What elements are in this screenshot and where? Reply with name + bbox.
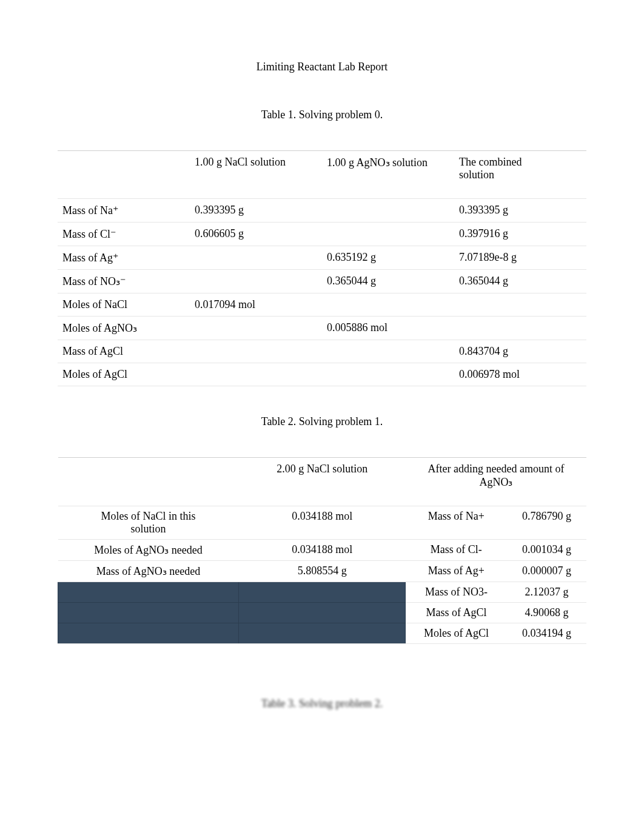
redacted-cell (58, 623, 239, 644)
cell-label: Mass of Na+ (406, 506, 507, 540)
table-row: Moles of AgNO₃ needed 0.034188 mol Mass … (58, 540, 587, 561)
row-label: Mass of AgCl (58, 340, 190, 363)
cell-value: 7.07189e-8 g (454, 246, 586, 270)
table-row: Mass of Na⁺ 0.393395 g 0.393395 g (58, 199, 586, 223)
redacted-cell (239, 623, 406, 644)
cell-value (190, 246, 322, 270)
table-row: Mass of AgNO₃ needed 5.808554 g Mass of … (58, 561, 587, 582)
row-label: Mass of AgNO₃ needed (58, 561, 239, 582)
cell-value: 0.017094 mol (190, 293, 322, 317)
cell-value: 0.786790 g (507, 506, 586, 540)
table1-header-agno3: 1.00 g AgNO₃ solution (322, 151, 454, 199)
table-row: Mass of AgCl 4.90068 g (58, 603, 587, 623)
cell-value (322, 223, 454, 246)
page-title: Limiting Reactant Lab Report (58, 61, 586, 73)
row-label: Mass of Na⁺ (58, 199, 190, 223)
cell-label: Mass of AgCl (406, 603, 507, 623)
cell-value: 0.034188 mol (239, 540, 406, 561)
cell-value (454, 293, 586, 317)
cell-value (190, 270, 322, 293)
cell-value: 0.005886 mol (322, 317, 454, 340)
cell-value: 0.365044 g (322, 270, 454, 293)
cell-label: Mass of NO3- (406, 582, 507, 603)
cell-label: Mass of Cl- (406, 540, 507, 561)
cell-label: Mass of Ag+ (406, 561, 507, 582)
cell-value: 0.393395 g (454, 199, 586, 223)
table1-caption: Table 1. Solving problem 0. (58, 109, 586, 121)
table2: 2.00 g NaCl solution After adding needed… (58, 457, 586, 644)
cell-value: 0.034194 g (507, 623, 586, 644)
table3-caption: Table 3. Solving problem 2. (58, 697, 586, 710)
cell-value: 0.006978 mol (454, 363, 586, 386)
cell-value: 0.000007 g (507, 561, 586, 582)
row-label-line1: Moles of NaCl in this (101, 510, 196, 522)
table2-header-row: 2.00 g NaCl solution After adding needed… (58, 458, 587, 506)
table-row: Mass of NO₃⁻ 0.365044 g 0.365044 g (58, 270, 586, 293)
table1-header-combined-line1: The combined (459, 156, 522, 168)
cell-value (322, 293, 454, 317)
cell-value: 5.808554 g (239, 561, 406, 582)
table-row: Moles of NaCl 0.017094 mol (58, 293, 586, 317)
row-label: Moles of NaCl in this solution (58, 506, 239, 540)
table2-caption: Table 2. Solving problem 1. (58, 415, 586, 428)
cell-value (190, 363, 322, 386)
table2-header-nacl: 2.00 g NaCl solution (239, 458, 406, 506)
cell-value: 0.034188 mol (239, 506, 406, 540)
table-row: Moles of AgNO₃ 0.005886 mol (58, 317, 586, 340)
cell-value: 0.843704 g (454, 340, 586, 363)
row-label: Moles of AgCl (58, 363, 190, 386)
cell-value (454, 317, 586, 340)
row-label: Moles of NaCl (58, 293, 190, 317)
table-row: Mass of Cl⁻ 0.606605 g 0.397916 g (58, 223, 586, 246)
table-row: Moles of NaCl in this solution 0.034188 … (58, 506, 587, 540)
table1-header-empty (58, 151, 190, 199)
table1: 1.00 g NaCl solution 1.00 g AgNO₃ soluti… (58, 150, 586, 386)
cell-value (322, 363, 454, 386)
table2-header-after-adding: After adding needed amount of AgNO₃ (406, 458, 586, 506)
cell-value: 2.12037 g (507, 582, 586, 603)
redacted-cell (58, 582, 239, 603)
cell-value: 0.365044 g (454, 270, 586, 293)
table1-header-combined-line2: solution (459, 169, 494, 181)
cell-value: 0.606605 g (190, 223, 322, 246)
table-row: Mass of AgCl 0.843704 g (58, 340, 586, 363)
cell-value: 0.393395 g (190, 199, 322, 223)
cell-value: 0.635192 g (322, 246, 454, 270)
table1-header-combined: The combined solution (454, 151, 586, 199)
table-row: Moles of AgCl 0.006978 mol (58, 363, 586, 386)
row-label: Mass of Cl⁻ (58, 223, 190, 246)
row-label: Moles of AgNO₃ needed (58, 540, 239, 561)
table1-header-row: 1.00 g NaCl solution 1.00 g AgNO₃ soluti… (58, 151, 586, 199)
cell-value (322, 199, 454, 223)
redacted-cell (239, 603, 406, 623)
redacted-cell (58, 603, 239, 623)
cell-value (190, 340, 322, 363)
cell-value: 0.001034 g (507, 540, 586, 561)
table1-header-nacl: 1.00 g NaCl solution (190, 151, 322, 199)
cell-value (322, 340, 454, 363)
row-label: Moles of AgNO₃ (58, 317, 190, 340)
cell-value (190, 317, 322, 340)
bottom-fade-overlay (0, 750, 644, 835)
table2-header-empty (58, 458, 239, 506)
table-row: Mass of Ag⁺ 0.635192 g 7.07189e-8 g (58, 246, 586, 270)
row-label-line2: solution (131, 523, 166, 535)
redacted-cell (239, 582, 406, 603)
table-row: Mass of NO3- 2.12037 g (58, 582, 587, 603)
cell-value: 0.397916 g (454, 223, 586, 246)
cell-value: 4.90068 g (507, 603, 586, 623)
cell-label: Moles of AgCl (406, 623, 507, 644)
row-label: Mass of NO₃⁻ (58, 270, 190, 293)
row-label: Mass of Ag⁺ (58, 246, 190, 270)
table-row: Moles of AgCl 0.034194 g (58, 623, 587, 644)
